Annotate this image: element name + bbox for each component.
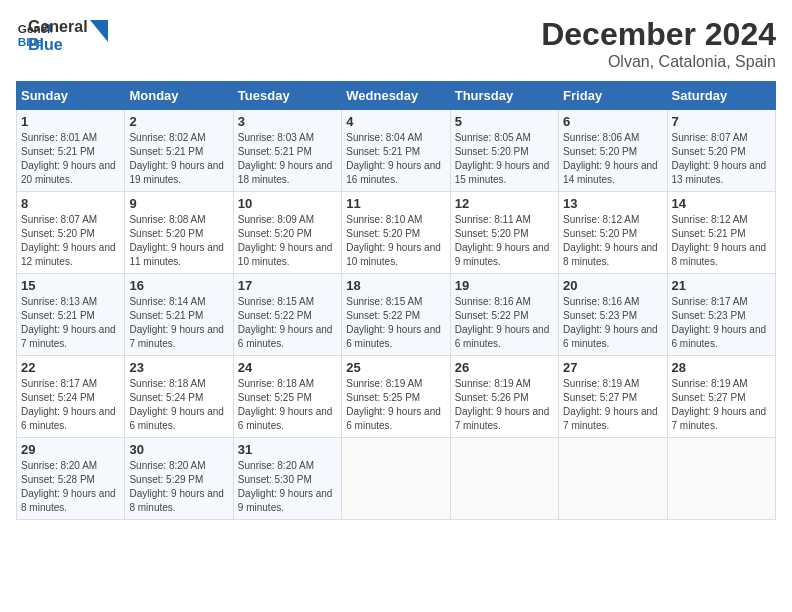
svg-marker-3 (90, 20, 108, 42)
day-number: 6 (563, 114, 662, 129)
day-number: 17 (238, 278, 337, 293)
day-number: 15 (21, 278, 120, 293)
cell-info: Sunrise: 8:09 AMSunset: 5:20 PMDaylight:… (238, 214, 333, 267)
cell-week3-day3: 18Sunrise: 8:15 AMSunset: 5:22 PMDayligh… (342, 274, 450, 356)
day-number: 11 (346, 196, 445, 211)
week-row-2: 8Sunrise: 8:07 AMSunset: 5:20 PMDaylight… (17, 192, 776, 274)
header: General Blue General Blue December 2024 … (16, 16, 776, 71)
header-thursday: Thursday (450, 82, 558, 110)
cell-week1-day2: 3Sunrise: 8:03 AMSunset: 5:21 PMDaylight… (233, 110, 341, 192)
cell-week5-day0: 29Sunrise: 8:20 AMSunset: 5:28 PMDayligh… (17, 438, 125, 520)
cell-week2-day1: 9Sunrise: 8:08 AMSunset: 5:20 PMDaylight… (125, 192, 233, 274)
week-row-4: 22Sunrise: 8:17 AMSunset: 5:24 PMDayligh… (17, 356, 776, 438)
cell-week3-day0: 15Sunrise: 8:13 AMSunset: 5:21 PMDayligh… (17, 274, 125, 356)
day-number: 14 (672, 196, 771, 211)
cell-week1-day1: 2Sunrise: 8:02 AMSunset: 5:21 PMDaylight… (125, 110, 233, 192)
cell-info: Sunrise: 8:11 AMSunset: 5:20 PMDaylight:… (455, 214, 550, 267)
day-number: 23 (129, 360, 228, 375)
day-number: 8 (21, 196, 120, 211)
calendar-table: Sunday Monday Tuesday Wednesday Thursday… (16, 81, 776, 520)
cell-info: Sunrise: 8:16 AMSunset: 5:23 PMDaylight:… (563, 296, 658, 349)
day-number: 2 (129, 114, 228, 129)
day-number: 30 (129, 442, 228, 457)
cell-week5-day6 (667, 438, 775, 520)
cell-week3-day2: 17Sunrise: 8:15 AMSunset: 5:22 PMDayligh… (233, 274, 341, 356)
cell-info: Sunrise: 8:10 AMSunset: 5:20 PMDaylight:… (346, 214, 441, 267)
day-number: 21 (672, 278, 771, 293)
cell-week2-day2: 10Sunrise: 8:09 AMSunset: 5:20 PMDayligh… (233, 192, 341, 274)
cell-info: Sunrise: 8:12 AMSunset: 5:21 PMDaylight:… (672, 214, 767, 267)
day-number: 31 (238, 442, 337, 457)
cell-week4-day3: 25Sunrise: 8:19 AMSunset: 5:25 PMDayligh… (342, 356, 450, 438)
cell-info: Sunrise: 8:15 AMSunset: 5:22 PMDaylight:… (238, 296, 333, 349)
day-number: 25 (346, 360, 445, 375)
logo-arrow-icon (90, 20, 108, 42)
subtitle: Olvan, Catalonia, Spain (541, 53, 776, 71)
cell-info: Sunrise: 8:19 AMSunset: 5:27 PMDaylight:… (672, 378, 767, 431)
day-number: 3 (238, 114, 337, 129)
logo-line1: General (28, 18, 88, 36)
cell-info: Sunrise: 8:18 AMSunset: 5:24 PMDaylight:… (129, 378, 224, 431)
header-wednesday: Wednesday (342, 82, 450, 110)
cell-info: Sunrise: 8:15 AMSunset: 5:22 PMDaylight:… (346, 296, 441, 349)
cell-week2-day3: 11Sunrise: 8:10 AMSunset: 5:20 PMDayligh… (342, 192, 450, 274)
logo-line2: Blue (28, 36, 88, 54)
cell-info: Sunrise: 8:20 AMSunset: 5:29 PMDaylight:… (129, 460, 224, 513)
cell-info: Sunrise: 8:03 AMSunset: 5:21 PMDaylight:… (238, 132, 333, 185)
cell-week4-day1: 23Sunrise: 8:18 AMSunset: 5:24 PMDayligh… (125, 356, 233, 438)
day-number: 12 (455, 196, 554, 211)
cell-info: Sunrise: 8:05 AMSunset: 5:20 PMDaylight:… (455, 132, 550, 185)
cell-week4-day6: 28Sunrise: 8:19 AMSunset: 5:27 PMDayligh… (667, 356, 775, 438)
day-number: 22 (21, 360, 120, 375)
header-row: Sunday Monday Tuesday Wednesday Thursday… (17, 82, 776, 110)
main-title: December 2024 (541, 16, 776, 53)
cell-week1-day6: 7Sunrise: 8:07 AMSunset: 5:20 PMDaylight… (667, 110, 775, 192)
cell-week2-day6: 14Sunrise: 8:12 AMSunset: 5:21 PMDayligh… (667, 192, 775, 274)
cell-week4-day2: 24Sunrise: 8:18 AMSunset: 5:25 PMDayligh… (233, 356, 341, 438)
header-sunday: Sunday (17, 82, 125, 110)
cell-week2-day0: 8Sunrise: 8:07 AMSunset: 5:20 PMDaylight… (17, 192, 125, 274)
header-monday: Monday (125, 82, 233, 110)
header-saturday: Saturday (667, 82, 775, 110)
cell-info: Sunrise: 8:18 AMSunset: 5:25 PMDaylight:… (238, 378, 333, 431)
day-number: 13 (563, 196, 662, 211)
day-number: 29 (21, 442, 120, 457)
cell-info: Sunrise: 8:07 AMSunset: 5:20 PMDaylight:… (672, 132, 767, 185)
page-container: General Blue General Blue December 2024 … (0, 0, 792, 530)
day-number: 24 (238, 360, 337, 375)
cell-info: Sunrise: 8:01 AMSunset: 5:21 PMDaylight:… (21, 132, 116, 185)
week-row-1: 1Sunrise: 8:01 AMSunset: 5:21 PMDaylight… (17, 110, 776, 192)
cell-week2-day4: 12Sunrise: 8:11 AMSunset: 5:20 PMDayligh… (450, 192, 558, 274)
cell-info: Sunrise: 8:20 AMSunset: 5:30 PMDaylight:… (238, 460, 333, 513)
cell-info: Sunrise: 8:16 AMSunset: 5:22 PMDaylight:… (455, 296, 550, 349)
cell-week1-day3: 4Sunrise: 8:04 AMSunset: 5:21 PMDaylight… (342, 110, 450, 192)
week-row-5: 29Sunrise: 8:20 AMSunset: 5:28 PMDayligh… (17, 438, 776, 520)
cell-info: Sunrise: 8:02 AMSunset: 5:21 PMDaylight:… (129, 132, 224, 185)
cell-week5-day5 (559, 438, 667, 520)
day-number: 19 (455, 278, 554, 293)
day-number: 7 (672, 114, 771, 129)
cell-info: Sunrise: 8:13 AMSunset: 5:21 PMDaylight:… (21, 296, 116, 349)
cell-info: Sunrise: 8:07 AMSunset: 5:20 PMDaylight:… (21, 214, 116, 267)
cell-info: Sunrise: 8:06 AMSunset: 5:20 PMDaylight:… (563, 132, 658, 185)
cell-info: Sunrise: 8:17 AMSunset: 5:23 PMDaylight:… (672, 296, 767, 349)
cell-week4-day4: 26Sunrise: 8:19 AMSunset: 5:26 PMDayligh… (450, 356, 558, 438)
cell-info: Sunrise: 8:04 AMSunset: 5:21 PMDaylight:… (346, 132, 441, 185)
cell-week5-day4 (450, 438, 558, 520)
cell-week4-day5: 27Sunrise: 8:19 AMSunset: 5:27 PMDayligh… (559, 356, 667, 438)
cell-week4-day0: 22Sunrise: 8:17 AMSunset: 5:24 PMDayligh… (17, 356, 125, 438)
day-number: 16 (129, 278, 228, 293)
cell-week5-day2: 31Sunrise: 8:20 AMSunset: 5:30 PMDayligh… (233, 438, 341, 520)
day-number: 28 (672, 360, 771, 375)
cell-week1-day4: 5Sunrise: 8:05 AMSunset: 5:20 PMDaylight… (450, 110, 558, 192)
day-number: 26 (455, 360, 554, 375)
cell-info: Sunrise: 8:19 AMSunset: 5:27 PMDaylight:… (563, 378, 658, 431)
cell-week2-day5: 13Sunrise: 8:12 AMSunset: 5:20 PMDayligh… (559, 192, 667, 274)
day-number: 4 (346, 114, 445, 129)
cell-week1-day0: 1Sunrise: 8:01 AMSunset: 5:21 PMDaylight… (17, 110, 125, 192)
cell-week3-day4: 19Sunrise: 8:16 AMSunset: 5:22 PMDayligh… (450, 274, 558, 356)
day-number: 27 (563, 360, 662, 375)
day-number: 20 (563, 278, 662, 293)
logo: General Blue General Blue (16, 16, 108, 53)
cell-info: Sunrise: 8:14 AMSunset: 5:21 PMDaylight:… (129, 296, 224, 349)
